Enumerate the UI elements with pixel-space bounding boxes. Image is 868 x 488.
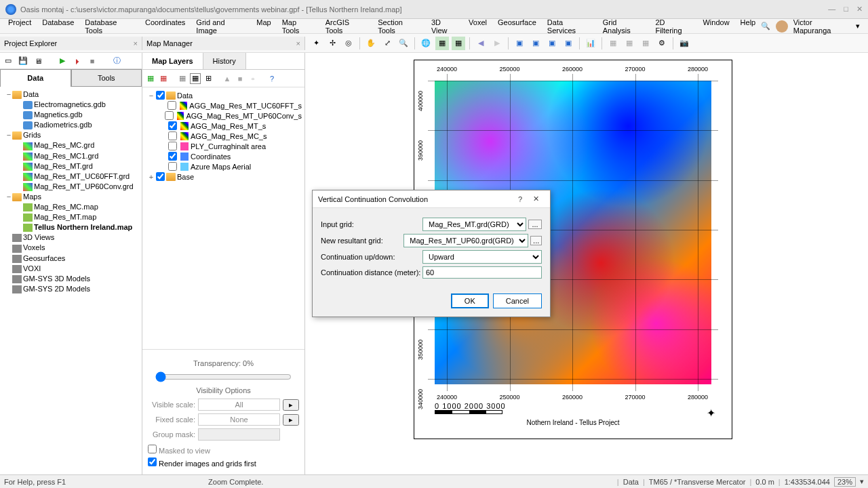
cancel-button[interactable]: Cancel [493,293,542,308]
layer-copy-icon[interactable]: ▫ [248,73,258,84]
visible-scale-input[interactable] [198,399,280,411]
input-grid-browse-button[interactable]: ... [528,220,542,229]
layer-label[interactable]: AGG_Mag_Res_MT_UP60Conv_s [186,112,302,120]
updown-select[interactable]: Upward [422,250,542,264]
globe-icon[interactable]: 🌐 [419,37,433,50]
minimize-icon[interactable]: — [828,5,835,14]
menu-coordinates[interactable]: Coordinates [140,17,191,36]
tree-node[interactable]: Geosurfaces [3,253,139,264]
render-first-checkbox[interactable] [148,458,157,466]
layer-visibility-checkbox[interactable] [156,172,165,181]
save-icon[interactable]: 💾 [18,56,28,66]
info-icon[interactable]: ⓘ [111,56,122,66]
gear-icon[interactable]: ⚙ [655,37,669,50]
map-manager-close-icon[interactable]: × [296,39,300,47]
new-grid-browse-button[interactable]: ... [530,236,542,245]
tree-label[interactable]: Mag_Res_MT_UC60FFT.grd [34,172,130,180]
close-icon[interactable]: ✕ [856,5,863,14]
tree-label[interactable]: Electromagnetics.gdb [34,100,106,108]
nav-forward-icon[interactable]: ▶ [490,37,504,50]
menu-window[interactable]: Window [697,17,734,36]
ok-button[interactable]: OK [451,293,489,308]
tree-node[interactable]: Electromagnetics.gdb [3,100,139,110]
layer-label[interactable]: AGG_Mag_Res_MT_s [191,122,266,130]
layer-add-icon[interactable]: ▦ [145,73,156,84]
dialog-close-icon[interactable]: ✕ [528,195,545,203]
layer-down-icon[interactable]: ■ [235,73,245,84]
tree-label[interactable]: Mag_Res_MC1.grd [34,152,98,160]
layer-node[interactable]: AGG_Mag_Res_MT_s [145,121,302,131]
tree-node[interactable]: Mag_Res_MT_UP60Conv.grd [3,182,139,192]
input-grid-select[interactable]: Mag_Res_MT.grd(GRD) [422,218,526,231]
visible-scale-btn[interactable]: ▸ [283,399,299,411]
tree-node[interactable]: Voxels [3,243,139,253]
tree-label[interactable]: Mag_Res_MC.grd [34,141,94,149]
window1-icon[interactable]: ▣ [513,37,526,50]
layer-help-icon[interactable]: ? [267,73,277,84]
window3-icon[interactable]: ▣ [545,37,559,50]
layer-visibility-checkbox[interactable] [168,121,177,130]
layer-node[interactable]: Coordinates [145,151,302,161]
layer-label[interactable]: Azure Maps Aerial [191,163,251,171]
grid1-icon[interactable]: ▦ [606,37,620,50]
new-grid-select[interactable]: Mag_Res_MT_UP60.grd(GRD) [403,234,528,247]
layer-node[interactable]: Azure Maps Aerial [145,161,302,171]
tree-node[interactable]: Mag_Res_MT_UC60FFT.grd [3,171,139,182]
tab-history[interactable]: History [203,53,246,69]
tree-node[interactable]: Radiometrics.gdb [3,120,139,130]
project-tree[interactable]: −DataElectromagnetics.gdbMagnetics.gdbRa… [0,87,142,474]
layer-label[interactable]: PLY_Curraghinalt area [191,142,266,150]
layer-label[interactable]: Base [177,173,194,181]
tree-node[interactable]: Mag_Res_MT.map [3,212,139,222]
layer-visibility-checkbox[interactable] [167,101,176,110]
layer-node[interactable]: AGG_Mag_Res_MT_UP60Conv_s [145,110,302,121]
monitor-icon[interactable]: 🖥 [33,56,43,66]
crosshair-icon[interactable]: ✢ [326,37,339,50]
stop-icon[interactable]: ■ [87,56,98,66]
layer-delete-icon[interactable]: ▦ [158,73,169,84]
tree-node[interactable]: Mag_Res_MT.grd [3,161,139,171]
zoom-dropdown-icon[interactable]: ▾ [860,477,864,486]
layer-label[interactable]: AGG_Mag_Res_MC_s [191,132,267,140]
tree-label[interactable]: Grids [23,131,41,139]
tree-node[interactable]: Mag_Res_MC.map [3,202,139,212]
menu-help[interactable]: Help [735,17,762,36]
tree-label[interactable]: Mag_Res_MT.grd [34,162,93,170]
user-dropdown-icon[interactable]: ▾ [856,22,860,30]
menu-database[interactable]: Database [37,17,79,36]
tree-node[interactable]: VOXI [3,264,139,274]
layer-label[interactable]: AGG_Mag_Res_MT_UC60FFT_s [189,102,302,110]
tree-label[interactable]: 3D Views [23,233,54,241]
menu-database-tools[interactable]: Database Tools [79,17,140,36]
tree-label[interactable]: Mag_Res_MT.map [34,213,96,221]
distance-input[interactable] [422,266,542,279]
tree-label[interactable]: Geosurfaces [23,254,65,262]
layer-visibility-checkbox[interactable] [156,91,165,100]
fixed-scale-input[interactable] [198,413,280,426]
layer-label[interactable]: Data [177,92,193,100]
project-explorer-close-icon[interactable]: × [134,39,138,47]
tab-map-layers[interactable]: Map Layers [142,53,203,69]
menu-voxel[interactable]: Voxel [463,17,492,36]
tree-label[interactable]: VOXI [23,264,41,272]
new-window-icon[interactable]: ▭ [3,56,14,66]
tree-label[interactable]: GM-SYS 3D Models [23,274,90,283]
tree-node[interactable]: Magnetics.gdb [3,110,139,120]
grid3-icon[interactable]: ▦ [639,37,652,50]
tree-node[interactable]: 3D Views [3,232,139,243]
dialog-help-icon[interactable]: ? [513,195,528,203]
zoom-in-icon[interactable]: 🔍 [397,37,410,50]
window2-icon[interactable]: ▣ [529,37,542,50]
menu-project[interactable]: Project [3,17,37,36]
tree-label[interactable]: GM-SYS 2D Models [23,285,90,293]
map-layer1-icon[interactable]: ▦ [435,37,449,50]
menu-grid-analysis[interactable]: Grid Analysis [597,17,650,36]
layer-node[interactable]: PLY_Curraghinalt area [145,141,302,151]
transparency-slider[interactable] [155,371,292,382]
menu-section-tools[interactable]: Section Tools [372,17,426,36]
nav-back-icon[interactable]: ◀ [474,37,488,50]
masked-checkbox[interactable] [148,445,157,453]
layer-visibility-checkbox[interactable] [168,142,177,150]
layer-visibility-checkbox[interactable] [168,131,177,140]
layer-node[interactable]: AGG_Mag_Res_MC_s [145,131,302,141]
